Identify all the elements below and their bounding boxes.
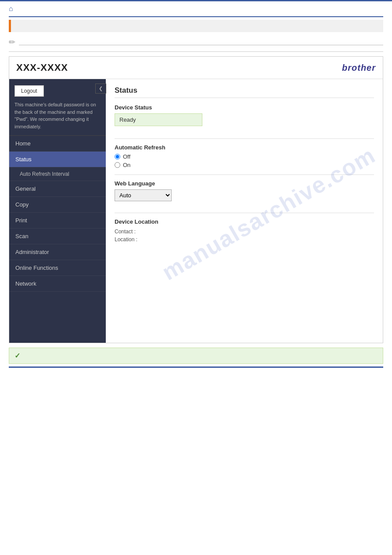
panel-title: Status	[115, 86, 374, 98]
right-panel: Status Device Status Ready Automatic Ref…	[106, 79, 383, 343]
password-notice: This machine's default password is on th…	[14, 101, 101, 130]
contact-field: Contact :	[115, 229, 374, 235]
radio-off[interactable]: Off	[115, 153, 374, 160]
sidebar-item-online-functions[interactable]: Online Functions	[9, 260, 106, 276]
home-icon[interactable]: ⌂	[9, 5, 13, 13]
main-wrapper: XXX-XXXX brother manualsarchive.com ❮ Lo…	[9, 56, 383, 343]
web-language-group: Web Language Auto English French German …	[115, 180, 374, 207]
sidebar-item-print[interactable]: Print	[9, 213, 106, 229]
bottom-check-bar: ✓	[9, 348, 383, 364]
content-body: manualsarchive.com ❮ Logout This machine…	[9, 79, 383, 343]
device-header: XXX-XXXX brother	[9, 57, 383, 79]
sidebar-item-copy[interactable]: Copy	[9, 197, 106, 213]
device-status-group: Device Status Ready	[115, 104, 374, 132]
web-language-label: Web Language	[115, 180, 374, 187]
sidebar: ❮ Logout This machine's default password…	[9, 79, 106, 343]
divider-1	[115, 138, 374, 139]
sidebar-item-network[interactable]: Network	[9, 276, 106, 292]
sidebar-subitem-auto-refresh[interactable]: Auto Refresh Interval	[9, 167, 106, 181]
auto-refresh-label: Automatic Refresh	[115, 144, 374, 151]
sidebar-toggle-button[interactable]: ❮	[95, 83, 106, 94]
web-language-select[interactable]: Auto English French German Spanish Itali…	[115, 189, 172, 201]
section-bar	[9, 20, 383, 32]
sidebar-item-scan[interactable]: Scan	[9, 229, 106, 244]
radio-on[interactable]: On	[115, 162, 374, 168]
pencil-icon: ✏	[9, 37, 15, 47]
sidebar-item-general[interactable]: General	[9, 181, 106, 197]
auto-refresh-group: Automatic Refresh Off On	[115, 144, 374, 168]
radio-on-input[interactable]	[115, 162, 120, 168]
radio-off-input[interactable]	[115, 154, 120, 160]
brother-logo: brother	[342, 63, 376, 73]
device-model: XXX-XXXX	[16, 62, 68, 73]
auto-refresh-radio-group: Off On	[115, 153, 374, 168]
divider-3	[115, 213, 374, 213]
device-status-value: Ready	[115, 113, 202, 126]
device-status-label: Device Status	[115, 104, 374, 111]
top-bar: ⌂	[0, 0, 392, 16]
note-section: ✏	[9, 36, 383, 52]
location-field: Location :	[115, 236, 374, 243]
logout-button[interactable]: Logout	[14, 85, 44, 97]
divider-2	[115, 174, 374, 175]
bottom-rule	[9, 366, 383, 368]
sidebar-item-home[interactable]: Home	[9, 136, 106, 152]
device-location-title: Device Location	[115, 218, 374, 225]
note-line	[19, 36, 383, 45]
sidebar-item-administrator[interactable]: Administrator	[9, 244, 106, 260]
check-icon: ✓	[14, 352, 20, 360]
device-location-group: Device Location Contact : Location :	[115, 218, 374, 243]
sidebar-item-status[interactable]: Status	[9, 152, 106, 167]
